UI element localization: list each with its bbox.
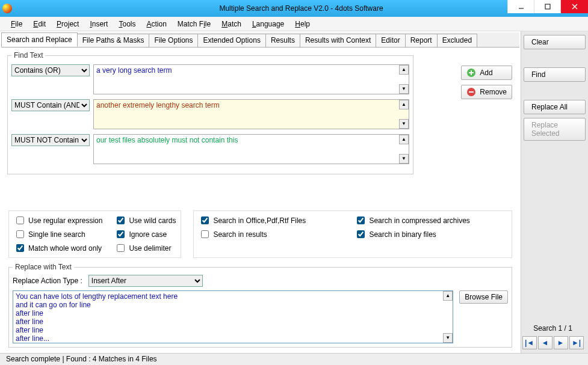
- opt-archives[interactable]: Search in compressed archives: [354, 215, 507, 226]
- scroll-down-icon[interactable]: ▼: [399, 154, 409, 164]
- remove-label: Remove: [480, 88, 507, 96]
- tab-report[interactable]: Report: [405, 34, 438, 47]
- find-button[interactable]: Find: [524, 67, 586, 82]
- tab-results[interactable]: Results: [265, 34, 300, 47]
- minus-icon: [466, 87, 476, 97]
- clear-button[interactable]: Clear: [524, 35, 586, 49]
- app-icon: [2, 4, 12, 13]
- replace-type-select[interactable]: Insert After: [88, 275, 203, 287]
- find-text-1[interactable]: a very long search term: [94, 65, 409, 94]
- opt-binary[interactable]: Search in binary files: [354, 229, 507, 240]
- tab-extended[interactable]: Extended Options: [197, 34, 265, 47]
- nav-next-button[interactable]: ►: [554, 336, 568, 349]
- remove-button[interactable]: Remove: [461, 85, 512, 99]
- find-text-3[interactable]: our test files absolutely must not conta…: [94, 135, 409, 164]
- tab-editor[interactable]: Editor: [376, 34, 405, 47]
- opt-ignore[interactable]: Ignore case: [114, 229, 176, 240]
- browse-label: Browse File: [465, 293, 503, 301]
- replace-selected-button[interactable]: Replace Selected: [524, 118, 586, 141]
- tab-results-context[interactable]: Results with Context: [300, 34, 376, 47]
- replace-type-label: Replace Action Type :: [13, 277, 82, 285]
- svg-rect-1: [545, 4, 550, 9]
- opt-whole[interactable]: Match whole word only: [14, 242, 102, 254]
- find-text-group: Find Text Contains (OR) a very long sear…: [7, 51, 413, 174]
- titlebar: Multiple Search and Replace V2.0 - 4dots…: [0, 0, 588, 17]
- search-counter: Search 1 / 1: [520, 324, 586, 333]
- scroll-down-icon[interactable]: ▼: [443, 333, 453, 343]
- nav-first-button[interactable]: |◄: [522, 336, 537, 349]
- side-panel: Clear Find Replace All Replace Selected …: [521, 31, 588, 353]
- find-mode-1[interactable]: Contains (OR): [11, 64, 90, 76]
- menu-help[interactable]: Help: [290, 19, 315, 29]
- find-mode-2[interactable]: MUST Contain (AND): [11, 99, 90, 111]
- find-text-legend: Find Text: [11, 51, 45, 60]
- tab-file-options[interactable]: File Options: [149, 34, 198, 47]
- status-text: Search complete | Found : 4 Matches in 4…: [6, 355, 157, 363]
- add-button[interactable]: Add: [461, 66, 512, 80]
- opt-regex[interactable]: Use regular expression: [14, 215, 102, 226]
- scroll-up-icon[interactable]: ▲: [443, 291, 453, 301]
- main-panel: Search and Replace File Paths & Masks Fi…: [0, 31, 521, 353]
- menu-language[interactable]: Language: [247, 19, 289, 29]
- close-button[interactable]: [560, 0, 588, 13]
- scroll-down-icon[interactable]: ▼: [399, 84, 409, 94]
- add-label: Add: [480, 69, 492, 77]
- tab-file-paths[interactable]: File Paths & Masks: [77, 34, 150, 47]
- find-text-2[interactable]: another extremely lengthy search term: [94, 100, 409, 129]
- menu-tools[interactable]: Tools: [114, 19, 140, 29]
- scroll-down-icon[interactable]: ▼: [399, 119, 409, 129]
- window-title: Multiple Search and Replace V2.0 - 4dots…: [17, 4, 586, 13]
- menu-project[interactable]: Project: [52, 19, 84, 29]
- opt-in-results[interactable]: Search in results: [199, 229, 342, 240]
- plus-icon: [466, 68, 476, 78]
- menu-match[interactable]: Match: [217, 19, 246, 29]
- browse-file-button[interactable]: Browse File: [459, 290, 508, 304]
- nav-last-button[interactable]: ►|: [569, 336, 584, 349]
- scroll-up-icon[interactable]: ▲: [399, 135, 409, 144]
- menu-matchfile[interactable]: Match File: [173, 19, 215, 29]
- tab-excluded[interactable]: Excluded: [437, 34, 477, 47]
- replace-text[interactable]: You can have lots of lengthy replacement…: [13, 291, 453, 343]
- menu-edit[interactable]: Edit: [28, 19, 51, 29]
- opt-delim[interactable]: Use delimiter: [114, 242, 176, 254]
- find-mode-3[interactable]: MUST NOT Contain (NO: [11, 134, 90, 146]
- menu-insert[interactable]: Insert: [85, 19, 113, 29]
- tabstrip: Search and Replace File Paths & Masks Fi…: [1, 32, 519, 48]
- window-controls: [507, 0, 588, 13]
- minimize-button[interactable]: [507, 0, 534, 13]
- opt-wild[interactable]: Use wild cards: [114, 215, 176, 226]
- scroll-up-icon[interactable]: ▲: [399, 100, 409, 109]
- replace-legend: Replace with Text: [13, 263, 74, 271]
- nav-prev-button[interactable]: ◄: [538, 336, 552, 349]
- tab-search-replace[interactable]: Search and Replace: [1, 32, 78, 47]
- maximize-button[interactable]: [534, 0, 560, 13]
- statusbar: Search complete | Found : 4 Matches in 4…: [0, 353, 588, 365]
- scroll-up-icon[interactable]: ▲: [399, 65, 409, 75]
- menu-file[interactable]: File: [6, 19, 27, 29]
- menubar: File Edit Project Insert Tools Action Ma…: [0, 17, 588, 31]
- opt-single[interactable]: Single line search: [14, 229, 102, 240]
- replace-group: Replace with Text Replace Action Type : …: [8, 263, 512, 348]
- menu-action[interactable]: Action: [141, 19, 171, 29]
- opt-office[interactable]: Search in Office,Pdf,Rtf Files: [199, 215, 342, 226]
- replace-all-button[interactable]: Replace All: [524, 100, 586, 114]
